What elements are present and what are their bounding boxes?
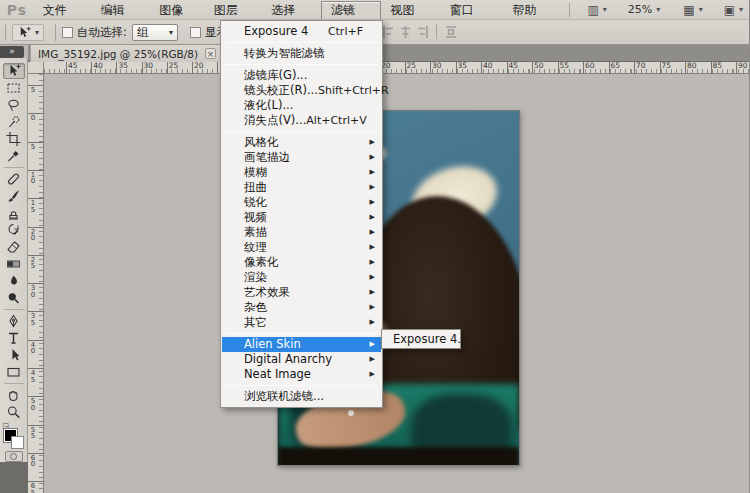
menubar-item[interactable]: 编辑(E) <box>92 1 151 19</box>
submenu-arrow-icon: ▶ <box>370 300 375 315</box>
crop-tool[interactable] <box>3 131 25 147</box>
align-buttons-group <box>383 24 457 39</box>
menu-item[interactable]: Neat Image▶ <box>222 367 381 382</box>
menu-item[interactable]: 画笔描边▶ <box>222 150 381 165</box>
chevron-down-icon: ▾ <box>169 28 173 37</box>
brush-tool[interactable] <box>3 188 25 204</box>
document-tab[interactable]: IMG_35192.jpg @ 25%(RGB/8) × <box>30 45 224 62</box>
zoom-tool[interactable] <box>3 404 25 420</box>
dodge-tool[interactable] <box>3 290 25 306</box>
menubar-item[interactable]: 选择(S) <box>263 1 322 19</box>
menu-item-label: 液化(L)... <box>244 98 363 113</box>
menubar-item[interactable]: 帮助(H) <box>503 1 563 19</box>
menu-item[interactable]: Exposure 4Ctrl+F <box>222 24 381 39</box>
menu-item[interactable]: 艺术效果▶ <box>222 285 381 300</box>
blur-tool[interactable] <box>3 273 25 289</box>
menu-item[interactable]: 消失点(V)...Alt+Ctrl+V <box>222 113 381 128</box>
spot-healing-brush-tool[interactable] <box>3 171 25 187</box>
menu-item-label: 纹理 <box>244 240 363 255</box>
ruler-number: 75 <box>662 62 672 70</box>
menu-item[interactable]: 风格化▶ <box>222 135 381 150</box>
clone-stamp-tool[interactable] <box>3 205 25 221</box>
horizontal-ruler[interactable]: 4540353025201520253035404550556065707580… <box>44 62 750 74</box>
quick-mask-button[interactable] <box>5 451 23 462</box>
menu-item[interactable]: 渲染▶ <box>222 270 381 285</box>
menu-item[interactable]: 视频▶ <box>222 210 381 225</box>
menu-item[interactable]: 液化(L)... <box>222 98 381 113</box>
ruler-major-tick <box>583 62 584 74</box>
tool-preset-picker[interactable]: ▾ <box>12 24 44 41</box>
ruler-number: 10 <box>29 172 37 185</box>
show-transform-checkbox[interactable] <box>190 27 201 38</box>
move-tool[interactable] <box>3 63 25 79</box>
arrange-documents-button[interactable]: ▥ ▾ <box>587 3 606 17</box>
align-left-edges-icon[interactable] <box>383 26 394 38</box>
shape-tool[interactable] <box>3 364 25 380</box>
ruler-major-tick <box>558 62 559 74</box>
menubar-item[interactable]: 滤镜(T) <box>321 1 381 19</box>
menu-item[interactable]: 锐化▶ <box>222 195 381 210</box>
menu-item-label: 杂色 <box>244 300 363 315</box>
menu-item[interactable]: 纹理▶ <box>222 240 381 255</box>
submenu-arrow-icon: ▶ <box>370 135 375 150</box>
gradient-tool[interactable] <box>3 256 25 272</box>
menu-item-label: 转换为智能滤镜 <box>244 46 363 61</box>
ruler-corner <box>28 62 44 74</box>
menubar-item[interactable]: 图层(L) <box>205 1 263 19</box>
menu-item-label: 锐化 <box>244 195 363 210</box>
menu-item[interactable]: 模糊▶ <box>222 165 381 180</box>
menu-item[interactable]: Alien Skin▶ <box>222 337 381 352</box>
ruler-number: 45 <box>29 370 37 383</box>
menubar-divider <box>569 3 570 17</box>
menu-item-label: 扭曲 <box>244 180 363 195</box>
menubar-item[interactable]: 图像(I) <box>150 1 205 19</box>
ruler-number: 25 <box>29 257 37 270</box>
rectangular-marquee-tool[interactable] <box>3 80 25 96</box>
menu-item[interactable]: 转换为智能滤镜 <box>222 46 381 61</box>
hand-tool[interactable] <box>3 387 25 403</box>
eraser-tool[interactable] <box>3 239 25 255</box>
align-right-edges-icon[interactable] <box>417 26 428 38</box>
view-extras-button[interactable]: ▦ ▾ <box>683 3 702 17</box>
type-tool[interactable] <box>3 330 25 346</box>
menu-item-label: 视频 <box>244 210 363 225</box>
auto-select-checkbox[interactable] <box>62 27 73 38</box>
close-icon[interactable]: × <box>205 48 216 59</box>
panel-collapse-button[interactable]: » <box>0 46 24 58</box>
background-color-swatch[interactable] <box>11 436 24 449</box>
document-title: IMG_35192.jpg @ 25%(RGB/8) <box>38 48 198 60</box>
submenu-arrow-icon: ▶ <box>370 270 375 285</box>
menu-item[interactable]: 滤镜库(G)... <box>222 68 381 83</box>
menu-item[interactable]: 像素化▶ <box>222 255 381 270</box>
menu-item[interactable]: Digital Anarchy▶ <box>222 352 381 367</box>
vertical-ruler[interactable]: 50510152025303540455055606570 <box>28 74 44 493</box>
align-centers-icon[interactable] <box>400 26 411 38</box>
menu-item-shortcut: Alt+Ctrl+V <box>306 113 366 128</box>
pen-tool[interactable] <box>3 313 25 329</box>
menubar-item[interactable]: 窗口(W) <box>441 1 504 19</box>
menu-item[interactable]: 扭曲▶ <box>222 180 381 195</box>
ruler-major-tick <box>685 62 686 74</box>
canvas-area[interactable] <box>44 74 750 493</box>
zoom-level-value: 25% <box>628 3 652 16</box>
menu-item-shortcut: Ctrl+F <box>328 24 363 39</box>
menubar-item[interactable]: 文件(F) <box>34 1 92 19</box>
menubar-item[interactable]: 视图(V) <box>381 1 440 19</box>
submenu-arrow-icon: ▶ <box>370 352 375 367</box>
path-selection-tool[interactable] <box>3 347 25 363</box>
menu-item[interactable]: 杂色▶ <box>222 300 381 315</box>
lasso-tool[interactable] <box>3 97 25 113</box>
menu-item[interactable]: 素描▶ <box>222 225 381 240</box>
menu-separator <box>225 131 378 132</box>
screen-mode-button[interactable]: ▣ ▾ <box>724 3 743 17</box>
menu-item[interactable]: 其它▶ <box>222 315 381 330</box>
quick-selection-tool[interactable] <box>3 114 25 130</box>
eyedropper-tool[interactable] <box>3 148 25 164</box>
menu-item[interactable]: 镜头校正(R)...Shift+Ctrl+R <box>222 83 381 98</box>
menu-item[interactable]: 浏览联机滤镜... <box>222 389 381 404</box>
history-brush-tool[interactable] <box>3 222 25 238</box>
zoom-level-dropdown[interactable]: 25% ▾ <box>628 3 660 16</box>
auto-select-dropdown[interactable]: 组 ▾ <box>132 24 178 41</box>
submenu-item[interactable]: Exposure 4... <box>383 331 459 347</box>
distribute-icon[interactable] <box>445 26 457 38</box>
